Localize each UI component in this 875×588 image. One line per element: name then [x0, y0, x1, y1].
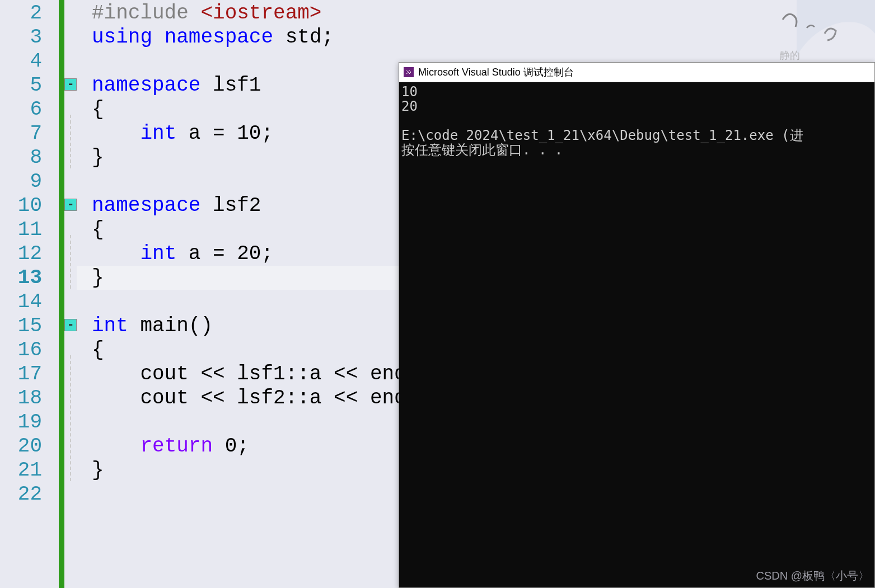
line-number: 6 [0, 97, 59, 121]
fold-guide-line [70, 235, 71, 289]
vs-icon [404, 67, 414, 77]
console-line: 20 [401, 99, 872, 114]
code-line[interactable]: #include <iostream> [77, 1, 875, 25]
console-line: 10 [401, 84, 872, 99]
watermark-text: CSDN @板鸭〈小号〉 [756, 568, 869, 584]
line-number: 12 [0, 242, 59, 266]
line-number: 11 [0, 218, 59, 242]
line-number-gutter: 2345678910111213141516171819202122 [0, 0, 59, 588]
line-number: 21 [0, 458, 59, 482]
line-number: 20 [0, 434, 59, 458]
line-number: 10 [0, 194, 59, 218]
fold-toggle-icon[interactable]: - [64, 199, 77, 211]
line-number: 9 [0, 170, 59, 194]
line-number: 15 [0, 314, 59, 338]
line-number: 8 [0, 145, 59, 170]
line-number: 3 [0, 25, 59, 49]
console-line [401, 114, 872, 128]
console-line: 按任意键关闭此窗口. . . [401, 143, 872, 157]
fold-toggle-icon[interactable]: - [64, 78, 77, 91]
console-title: Microsoft Visual Studio 调试控制台 [418, 65, 574, 79]
line-number: 14 [0, 290, 59, 314]
line-number: 13 [0, 266, 59, 290]
debug-console-window[interactable]: Microsoft Visual Studio 调试控制台 1020 E:\co… [399, 62, 875, 588]
console-line: E:\code 2024\test_1_21\x64\Debug\test_1_… [401, 128, 872, 143]
fold-column: --- [64, 0, 77, 588]
code-line[interactable]: using namespace std; [77, 25, 875, 49]
fold-guide-line [70, 355, 71, 481]
line-number: 2 [0, 1, 59, 25]
console-output[interactable]: 1020 E:\code 2024\test_1_21\x64\Debug\te… [399, 82, 874, 159]
line-number: 7 [0, 121, 59, 145]
fold-toggle-icon[interactable]: - [64, 319, 77, 331]
line-number: 16 [0, 338, 59, 362]
line-number: 18 [0, 386, 59, 410]
fold-guide-line [70, 115, 71, 168]
line-number: 4 [0, 49, 59, 73]
line-number: 5 [0, 73, 59, 97]
line-number: 17 [0, 362, 59, 386]
change-indicator-bar [59, 0, 64, 588]
line-number: 22 [0, 482, 59, 506]
console-titlebar[interactable]: Microsoft Visual Studio 调试控制台 [399, 63, 874, 82]
line-number: 19 [0, 410, 59, 434]
